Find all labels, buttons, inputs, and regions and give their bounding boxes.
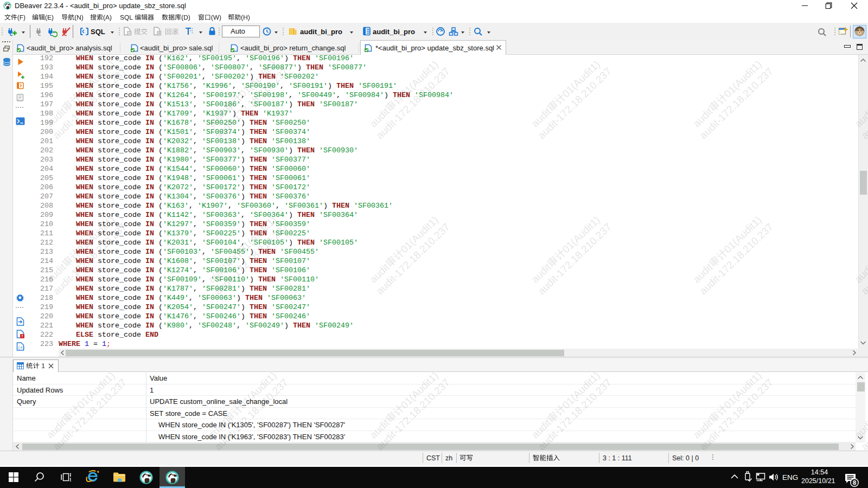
svg-text:8: 8 [853,479,856,486]
